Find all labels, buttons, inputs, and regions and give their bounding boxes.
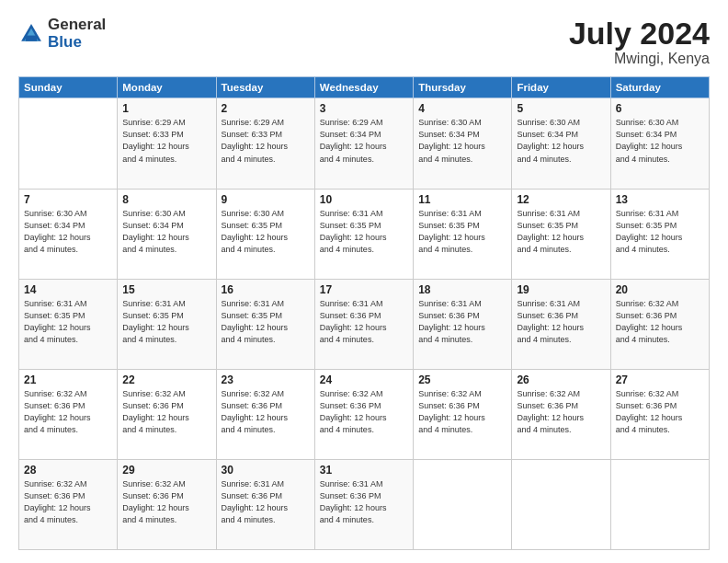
calendar-cell: 19Sunrise: 6:31 AMSunset: 6:36 PMDayligh… xyxy=(512,279,610,369)
cell-day-number: 16 xyxy=(222,283,310,296)
cell-day-number: 25 xyxy=(418,373,506,386)
calendar-cell: 12Sunrise: 6:31 AMSunset: 6:35 PMDayligh… xyxy=(512,189,610,279)
calendar-week-2: 14Sunrise: 6:31 AMSunset: 6:35 PMDayligh… xyxy=(19,279,710,369)
calendar-cell: 30Sunrise: 6:31 AMSunset: 6:36 PMDayligh… xyxy=(216,459,314,549)
calendar-header-tuesday: Tuesday xyxy=(216,77,314,98)
cell-day-number: 26 xyxy=(517,373,605,386)
cell-day-number: 30 xyxy=(222,464,310,477)
cell-day-number: 10 xyxy=(320,193,408,206)
calendar-cell: 1Sunrise: 6:29 AMSunset: 6:33 PMDaylight… xyxy=(118,98,216,189)
calendar-week-0: 1Sunrise: 6:29 AMSunset: 6:33 PMDaylight… xyxy=(19,98,710,189)
calendar-cell: 10Sunrise: 6:31 AMSunset: 6:35 PMDayligh… xyxy=(314,189,413,279)
calendar-cell: 14Sunrise: 6:31 AMSunset: 6:35 PMDayligh… xyxy=(19,279,118,369)
cell-day-number: 13 xyxy=(616,193,704,206)
calendar-cell: 16Sunrise: 6:31 AMSunset: 6:35 PMDayligh… xyxy=(216,279,314,369)
svg-rect-2 xyxy=(26,35,37,40)
cell-info: Sunrise: 6:31 AMSunset: 6:35 PMDaylight:… xyxy=(517,208,605,256)
calendar-cell: 25Sunrise: 6:32 AMSunset: 6:36 PMDayligh… xyxy=(414,369,512,459)
cell-day-number: 15 xyxy=(122,283,210,296)
calendar-cell: 13Sunrise: 6:31 AMSunset: 6:35 PMDayligh… xyxy=(610,189,709,279)
cell-day-number: 20 xyxy=(616,283,704,296)
cell-info: Sunrise: 6:29 AMSunset: 6:33 PMDaylight:… xyxy=(222,117,310,165)
cell-info: Sunrise: 6:30 AMSunset: 6:34 PMDaylight:… xyxy=(24,208,112,256)
logo-text: General Blue xyxy=(48,17,106,51)
calendar-cell: 27Sunrise: 6:32 AMSunset: 6:36 PMDayligh… xyxy=(610,369,709,459)
calendar-week-4: 28Sunrise: 6:32 AMSunset: 6:36 PMDayligh… xyxy=(19,459,710,549)
cell-day-number: 2 xyxy=(222,102,310,115)
cell-info: Sunrise: 6:29 AMSunset: 6:33 PMDaylight:… xyxy=(122,117,210,165)
cell-day-number: 31 xyxy=(320,464,408,477)
calendar-cell xyxy=(19,98,118,189)
cell-info: Sunrise: 6:30 AMSunset: 6:34 PMDaylight:… xyxy=(122,208,210,256)
calendar-cell: 15Sunrise: 6:31 AMSunset: 6:35 PMDayligh… xyxy=(118,279,216,369)
calendar-cell: 24Sunrise: 6:32 AMSunset: 6:36 PMDayligh… xyxy=(314,369,413,459)
calendar-cell: 17Sunrise: 6:31 AMSunset: 6:36 PMDayligh… xyxy=(314,279,413,369)
cell-day-number: 9 xyxy=(222,193,310,206)
cell-info: Sunrise: 6:31 AMSunset: 6:36 PMDaylight:… xyxy=(517,298,605,346)
cell-day-number: 22 xyxy=(122,373,210,386)
cell-info: Sunrise: 6:32 AMSunset: 6:36 PMDaylight:… xyxy=(418,388,506,436)
cell-info: Sunrise: 6:30 AMSunset: 6:35 PMDaylight:… xyxy=(222,208,310,256)
calendar-header-saturday: Saturday xyxy=(610,77,709,98)
cell-info: Sunrise: 6:31 AMSunset: 6:35 PMDaylight:… xyxy=(320,208,408,256)
calendar-header-row: SundayMondayTuesdayWednesdayThursdayFrid… xyxy=(19,77,710,98)
cell-day-number: 7 xyxy=(24,193,112,206)
cell-info: Sunrise: 6:32 AMSunset: 6:36 PMDaylight:… xyxy=(222,388,310,436)
calendar-cell xyxy=(610,459,709,549)
cell-info: Sunrise: 6:31 AMSunset: 6:35 PMDaylight:… xyxy=(616,208,704,256)
cell-info: Sunrise: 6:31 AMSunset: 6:36 PMDaylight:… xyxy=(320,298,408,346)
calendar-cell: 7Sunrise: 6:30 AMSunset: 6:34 PMDaylight… xyxy=(19,189,118,279)
calendar-table: SundayMondayTuesdayWednesdayThursdayFrid… xyxy=(18,76,710,550)
logo: General Blue xyxy=(18,17,106,51)
cell-day-number: 27 xyxy=(616,373,704,386)
cell-day-number: 14 xyxy=(24,283,112,296)
cell-info: Sunrise: 6:31 AMSunset: 6:36 PMDaylight:… xyxy=(418,298,506,346)
cell-info: Sunrise: 6:31 AMSunset: 6:35 PMDaylight:… xyxy=(418,208,506,256)
title-area: July 2024 Mwingi, Kenya xyxy=(569,17,710,67)
cell-day-number: 4 xyxy=(418,102,506,115)
logo-blue: Blue xyxy=(48,34,106,52)
calendar-week-1: 7Sunrise: 6:30 AMSunset: 6:34 PMDaylight… xyxy=(19,189,710,279)
header: General Blue July 2024 Mwingi, Kenya xyxy=(18,17,710,67)
calendar-cell: 11Sunrise: 6:31 AMSunset: 6:35 PMDayligh… xyxy=(414,189,512,279)
cell-day-number: 24 xyxy=(320,373,408,386)
cell-day-number: 6 xyxy=(616,102,704,115)
calendar-header-friday: Friday xyxy=(512,77,610,98)
cell-day-number: 21 xyxy=(24,373,112,386)
cell-day-number: 17 xyxy=(320,283,408,296)
page: General Blue July 2024 Mwingi, Kenya Sun… xyxy=(0,0,728,563)
cell-info: Sunrise: 6:32 AMSunset: 6:36 PMDaylight:… xyxy=(616,388,704,436)
calendar-week-3: 21Sunrise: 6:32 AMSunset: 6:36 PMDayligh… xyxy=(19,369,710,459)
calendar-cell: 28Sunrise: 6:32 AMSunset: 6:36 PMDayligh… xyxy=(19,459,118,549)
cell-day-number: 1 xyxy=(122,102,210,115)
calendar-cell: 20Sunrise: 6:32 AMSunset: 6:36 PMDayligh… xyxy=(610,279,709,369)
calendar-header-thursday: Thursday xyxy=(414,77,512,98)
cell-info: Sunrise: 6:30 AMSunset: 6:34 PMDaylight:… xyxy=(418,117,506,165)
calendar-cell: 5Sunrise: 6:30 AMSunset: 6:34 PMDaylight… xyxy=(512,98,610,189)
logo-icon xyxy=(18,21,44,47)
calendar-cell: 22Sunrise: 6:32 AMSunset: 6:36 PMDayligh… xyxy=(118,369,216,459)
title-location: Mwingi, Kenya xyxy=(569,51,710,67)
calendar-cell xyxy=(414,459,512,549)
calendar-header-sunday: Sunday xyxy=(19,77,118,98)
calendar-cell: 26Sunrise: 6:32 AMSunset: 6:36 PMDayligh… xyxy=(512,369,610,459)
cell-info: Sunrise: 6:32 AMSunset: 6:36 PMDaylight:… xyxy=(517,388,605,436)
calendar-cell: 9Sunrise: 6:30 AMSunset: 6:35 PMDaylight… xyxy=(216,189,314,279)
calendar-cell: 3Sunrise: 6:29 AMSunset: 6:34 PMDaylight… xyxy=(314,98,413,189)
cell-day-number: 28 xyxy=(24,464,112,477)
calendar-cell: 21Sunrise: 6:32 AMSunset: 6:36 PMDayligh… xyxy=(19,369,118,459)
cell-day-number: 18 xyxy=(418,283,506,296)
cell-info: Sunrise: 6:31 AMSunset: 6:35 PMDaylight:… xyxy=(222,298,310,346)
cell-day-number: 11 xyxy=(418,193,506,206)
cell-day-number: 3 xyxy=(320,102,408,115)
cell-info: Sunrise: 6:29 AMSunset: 6:34 PMDaylight:… xyxy=(320,117,408,165)
calendar-cell: 31Sunrise: 6:31 AMSunset: 6:36 PMDayligh… xyxy=(314,459,413,549)
cell-info: Sunrise: 6:31 AMSunset: 6:35 PMDaylight:… xyxy=(122,298,210,346)
calendar-header-wednesday: Wednesday xyxy=(314,77,413,98)
calendar-cell: 8Sunrise: 6:30 AMSunset: 6:34 PMDaylight… xyxy=(118,189,216,279)
cell-day-number: 12 xyxy=(517,193,605,206)
cell-info: Sunrise: 6:30 AMSunset: 6:34 PMDaylight:… xyxy=(616,117,704,165)
cell-info: Sunrise: 6:32 AMSunset: 6:36 PMDaylight:… xyxy=(616,298,704,346)
calendar-cell: 6Sunrise: 6:30 AMSunset: 6:34 PMDaylight… xyxy=(610,98,709,189)
title-month: July 2024 xyxy=(569,17,710,51)
